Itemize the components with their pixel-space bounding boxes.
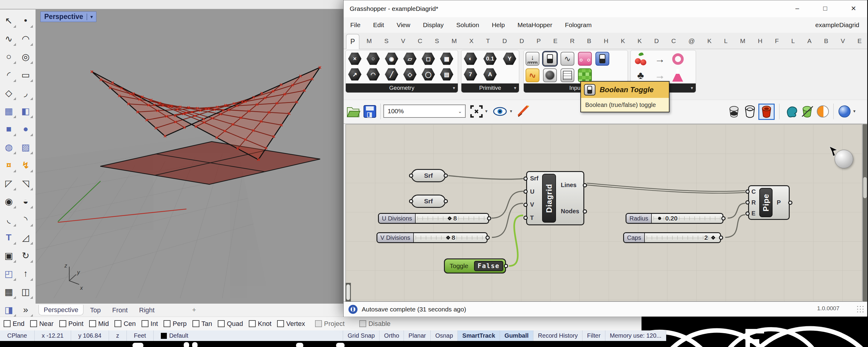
viewport-tab[interactable]: Top — [85, 305, 105, 315]
checkbox[interactable] — [249, 320, 256, 327]
combo-caret-icon[interactable]: ⌄ — [458, 108, 462, 114]
open-file-icon[interactable] — [346, 104, 361, 118]
status-toggle[interactable]: Memory use: 120... — [606, 330, 666, 341]
status-toggle[interactable]: Grid Snap — [343, 330, 379, 341]
menu-item[interactable]: MetaHopper — [518, 21, 552, 29]
status-toggle[interactable]: Ortho — [379, 330, 404, 341]
category-tab[interactable]: C — [671, 37, 676, 44]
twisted-box-param-icon[interactable]: ▤ — [440, 68, 454, 81]
mesh-param-icon[interactable]: ▦ — [440, 52, 454, 65]
category-tab[interactable]: R — [570, 37, 575, 44]
polygon-icon[interactable]: ◇ — [1, 85, 17, 101]
surface-icon[interactable]: ▦ — [1, 103, 17, 119]
geometry-group-label[interactable]: Geometry▾ — [346, 84, 458, 92]
scrollbar-thumb[interactable] — [863, 177, 867, 198]
expand-group-icon[interactable]: ▾ — [514, 85, 516, 91]
data-path-param-icon[interactable]: Y — [503, 52, 517, 65]
loft-icon[interactable]: ◧ — [18, 103, 33, 119]
trim-icon[interactable]: ◸ — [1, 175, 17, 191]
preview-eye-icon[interactable] — [492, 104, 507, 118]
category-tab[interactable]: M — [452, 37, 457, 44]
scribble-icon[interactable]: ∿ — [526, 68, 539, 82]
category-tab[interactable]: H — [604, 37, 609, 44]
category-tab[interactable]: T — [486, 37, 490, 44]
category-tab[interactable]: H — [758, 37, 762, 44]
layer-indicator[interactable]: Default — [154, 330, 343, 341]
status-toggle[interactable]: Osnap — [431, 330, 458, 341]
ellipse-icon[interactable]: ◎ — [18, 49, 33, 64]
status-toggle[interactable]: Planar — [404, 330, 431, 341]
only-draw-selected-icon[interactable] — [785, 104, 799, 118]
scale-icon[interactable]: ◿ — [18, 229, 33, 245]
category-tab[interactable]: D — [520, 37, 524, 44]
category-tab[interactable]: S — [435, 37, 439, 44]
active-category-tab[interactable]: P — [346, 34, 359, 49]
array-icon[interactable]: ▦ — [1, 284, 17, 299]
circle-icon[interactable]: ○ — [1, 49, 17, 64]
zoom-level-combobox[interactable]: 100% ⌄ — [383, 104, 466, 118]
checkbox[interactable] — [89, 320, 96, 327]
forward-arrow-icon[interactable]: → — [655, 52, 665, 66]
osnap-checkbox-item[interactable]: Cen — [115, 320, 135, 328]
text-icon[interactable]: T — [1, 229, 17, 245]
close-button[interactable]: × — [847, 3, 860, 14]
text-param-icon[interactable]: A — [483, 68, 497, 81]
status-toggle[interactable]: Record History — [533, 330, 583, 341]
integer-param-icon[interactable]: 7 — [464, 68, 477, 81]
status-toggle-active[interactable]: Gumball — [500, 330, 533, 341]
category-tab[interactable]: A — [807, 37, 811, 44]
category-tab[interactable]: M — [367, 37, 372, 44]
toggle-value[interactable]: False — [474, 261, 503, 271]
new-viewport-button[interactable]: + — [190, 306, 198, 314]
display-mode-sphere-icon[interactable] — [838, 104, 851, 118]
category-tab[interactable]: X — [469, 37, 473, 44]
sketch-pen-icon[interactable] — [517, 104, 532, 118]
split-icon[interactable]: ◹ — [18, 175, 33, 191]
boolean-toggle-component[interactable]: Toggle False — [444, 258, 506, 274]
component-name-capsule[interactable]: Pipe — [759, 188, 773, 217]
osnap-checkbox-item[interactable]: Point — [59, 320, 84, 328]
category-tab[interactable]: D — [502, 37, 507, 44]
torus-icon[interactable] — [672, 53, 684, 65]
slider-knob[interactable] — [658, 217, 661, 220]
scrollbar-thumb[interactable] — [346, 284, 350, 300]
category-tab[interactable]: S — [384, 37, 389, 44]
checkbox[interactable] — [30, 320, 37, 327]
vector-param-icon[interactable]: ↗ — [348, 68, 362, 81]
status-cell[interactable]: y 106.84 — [71, 330, 109, 341]
osnap-checkbox-item[interactable]: Quad — [218, 320, 243, 328]
category-tab[interactable]: L — [791, 37, 795, 44]
expand-group-icon[interactable]: ▾ — [453, 85, 455, 91]
boolean-toggle-icon[interactable] — [543, 52, 557, 66]
panel-icon[interactable] — [560, 68, 575, 82]
arc-param-icon[interactable]: ◠ — [366, 68, 380, 81]
extend-curve-icon[interactable]: ◝ — [18, 212, 33, 227]
tree-icon[interactable]: ♣ — [634, 68, 648, 82]
preview-off-icon[interactable] — [727, 104, 741, 118]
radius-slider[interactable]: Radius 0.20 — [625, 213, 723, 224]
swap-icon[interactable]: ◨ — [1, 302, 17, 317]
osnap-checkbox-item[interactable]: End — [4, 320, 24, 328]
input-port[interactable]: Srf — [527, 175, 541, 182]
osnap-checkbox-item[interactable]: Vertex — [277, 320, 305, 328]
pipe-component[interactable]: CRE Pipe P — [748, 185, 790, 220]
preview-menu-caret-icon[interactable]: ▾ — [510, 108, 512, 114]
box-param-icon[interactable]: ◻ — [421, 52, 435, 65]
status-cell[interactable]: x -12.21 — [35, 330, 71, 341]
sphere-icon[interactable]: ● — [18, 121, 33, 137]
minimize-button[interactable]: – — [791, 3, 804, 14]
output-port[interactable]: P — [774, 199, 789, 206]
osnap-checkbox-item[interactable]: Knot — [249, 320, 271, 328]
point-icon[interactable]: • — [18, 13, 33, 28]
zoom-menu-caret-icon[interactable]: ▾ — [485, 108, 488, 114]
osnap-checkbox-item[interactable]: Int — [142, 320, 158, 328]
extrude-up-icon[interactable]: ↑ — [18, 266, 33, 281]
rotate-icon[interactable]: ↻ — [18, 248, 33, 263]
interpolate-curve-icon[interactable]: ◠ — [18, 31, 33, 46]
component-name-capsule[interactable]: Diagrid — [542, 174, 556, 223]
caps-slider[interactable]: Caps 2 — [623, 232, 721, 243]
status-toggle-active[interactable]: SmartTrack — [458, 330, 500, 341]
plane-param-icon[interactable]: ▱ — [403, 52, 417, 65]
checkbox[interactable] — [163, 320, 170, 327]
category-tab[interactable]: V — [401, 37, 405, 44]
